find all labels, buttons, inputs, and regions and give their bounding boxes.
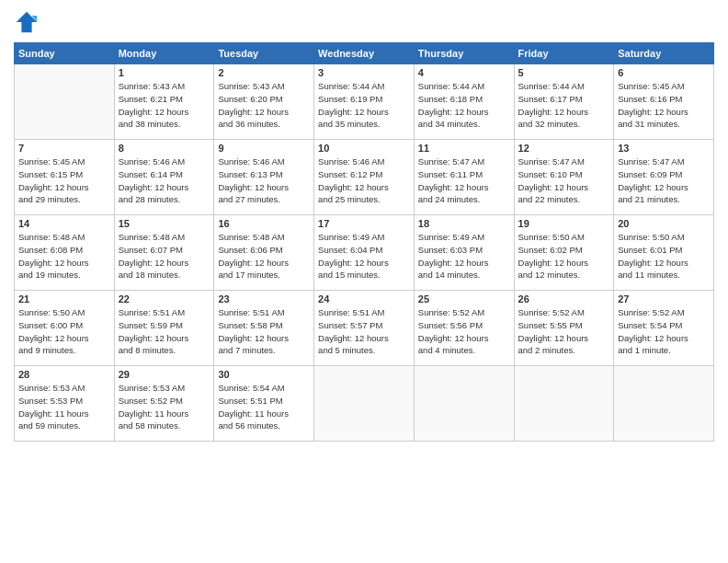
day-info: Sunrise: 5:44 AM Sunset: 6:19 PM Dayligh… (318, 80, 410, 131)
calendar-week-row: 14Sunrise: 5:48 AM Sunset: 6:08 PM Dayli… (15, 215, 714, 291)
table-row (414, 366, 514, 442)
table-row: 7Sunrise: 5:45 AM Sunset: 6:15 PM Daylig… (15, 140, 115, 215)
day-info: Sunrise: 5:52 AM Sunset: 5:56 PM Dayligh… (418, 306, 510, 357)
day-number: 16 (218, 218, 310, 229)
day-number: 15 (119, 218, 210, 229)
table-row: 3Sunrise: 5:44 AM Sunset: 6:19 PM Daylig… (314, 64, 415, 140)
day-number: 3 (318, 67, 410, 78)
day-info: Sunrise: 5:47 AM Sunset: 6:10 PM Dayligh… (518, 155, 610, 206)
table-row: 25Sunrise: 5:52 AM Sunset: 5:56 PM Dayli… (414, 291, 514, 366)
table-row (514, 366, 614, 442)
table-row (314, 366, 415, 442)
day-number: 25 (418, 293, 510, 304)
weekday-header-row: Sunday Monday Tuesday Wednesday Thursday… (15, 43, 714, 64)
day-number: 27 (618, 293, 710, 304)
day-number: 7 (18, 143, 110, 154)
table-row (15, 64, 115, 140)
day-number: 13 (618, 143, 710, 154)
day-number: 23 (218, 293, 310, 304)
day-info: Sunrise: 5:51 AM Sunset: 5:57 PM Dayligh… (318, 306, 410, 357)
table-row: 22Sunrise: 5:51 AM Sunset: 5:59 PM Dayli… (114, 291, 214, 366)
table-row: 19Sunrise: 5:50 AM Sunset: 6:02 PM Dayli… (514, 215, 614, 291)
day-number: 6 (618, 67, 710, 78)
header-saturday: Saturday (614, 43, 714, 64)
day-info: Sunrise: 5:54 AM Sunset: 5:51 PM Dayligh… (218, 382, 310, 432)
day-number: 1 (119, 67, 210, 78)
table-row: 18Sunrise: 5:49 AM Sunset: 6:03 PM Dayli… (414, 215, 514, 291)
table-row (614, 366, 714, 442)
calendar-week-row: 28Sunrise: 5:53 AM Sunset: 5:53 PM Dayli… (15, 366, 714, 442)
day-info: Sunrise: 5:53 AM Sunset: 5:52 PM Dayligh… (119, 382, 210, 432)
day-info: Sunrise: 5:53 AM Sunset: 5:53 PM Dayligh… (18, 382, 110, 432)
day-info: Sunrise: 5:48 AM Sunset: 6:07 PM Dayligh… (119, 231, 210, 282)
calendar-week-row: 1Sunrise: 5:43 AM Sunset: 6:21 PM Daylig… (15, 64, 714, 140)
day-number: 30 (218, 369, 310, 380)
calendar-table: Sunday Monday Tuesday Wednesday Thursday… (14, 42, 714, 442)
table-row: 21Sunrise: 5:50 AM Sunset: 6:00 PM Dayli… (15, 291, 115, 366)
table-row: 12Sunrise: 5:47 AM Sunset: 6:10 PM Dayli… (514, 140, 614, 215)
calendar-week-row: 21Sunrise: 5:50 AM Sunset: 6:00 PM Dayli… (15, 291, 714, 366)
table-row: 14Sunrise: 5:48 AM Sunset: 6:08 PM Dayli… (15, 215, 115, 291)
table-row: 6Sunrise: 5:45 AM Sunset: 6:16 PM Daylig… (614, 64, 714, 140)
table-row: 16Sunrise: 5:48 AM Sunset: 6:06 PM Dayli… (214, 215, 314, 291)
header-monday: Monday (114, 43, 214, 64)
day-number: 12 (518, 143, 610, 154)
table-row: 9Sunrise: 5:46 AM Sunset: 6:13 PM Daylig… (214, 140, 314, 215)
table-row: 27Sunrise: 5:52 AM Sunset: 5:54 PM Dayli… (614, 291, 714, 366)
table-row: 30Sunrise: 5:54 AM Sunset: 5:51 PM Dayli… (214, 366, 314, 442)
day-info: Sunrise: 5:50 AM Sunset: 6:02 PM Dayligh… (518, 231, 610, 282)
day-number: 21 (18, 293, 110, 304)
day-number: 9 (218, 143, 310, 154)
day-info: Sunrise: 5:43 AM Sunset: 6:21 PM Dayligh… (119, 80, 210, 131)
table-row: 5Sunrise: 5:44 AM Sunset: 6:17 PM Daylig… (514, 64, 614, 140)
table-row: 23Sunrise: 5:51 AM Sunset: 5:58 PM Dayli… (214, 291, 314, 366)
day-info: Sunrise: 5:45 AM Sunset: 6:16 PM Dayligh… (618, 80, 710, 131)
logo (14, 9, 43, 35)
table-row: 1Sunrise: 5:43 AM Sunset: 6:21 PM Daylig… (114, 64, 214, 140)
day-number: 2 (218, 67, 310, 78)
day-info: Sunrise: 5:48 AM Sunset: 6:06 PM Dayligh… (218, 231, 310, 282)
day-info: Sunrise: 5:47 AM Sunset: 6:09 PM Dayligh… (618, 155, 710, 206)
day-info: Sunrise: 5:51 AM Sunset: 5:59 PM Dayligh… (119, 306, 210, 357)
table-row: 24Sunrise: 5:51 AM Sunset: 5:57 PM Dayli… (314, 291, 415, 366)
table-row: 29Sunrise: 5:53 AM Sunset: 5:52 PM Dayli… (114, 366, 214, 442)
table-row: 2Sunrise: 5:43 AM Sunset: 6:20 PM Daylig… (214, 64, 314, 140)
day-number: 22 (119, 293, 210, 304)
day-info: Sunrise: 5:48 AM Sunset: 6:08 PM Dayligh… (18, 231, 110, 282)
day-info: Sunrise: 5:49 AM Sunset: 6:04 PM Dayligh… (318, 231, 410, 282)
logo-icon (14, 9, 40, 35)
day-number: 10 (318, 143, 410, 154)
day-info: Sunrise: 5:46 AM Sunset: 6:13 PM Dayligh… (218, 155, 310, 206)
day-number: 14 (18, 218, 110, 229)
svg-marker-0 (17, 12, 37, 32)
day-info: Sunrise: 5:52 AM Sunset: 5:54 PM Dayligh… (618, 306, 710, 357)
day-number: 17 (318, 218, 410, 229)
table-row: 20Sunrise: 5:50 AM Sunset: 6:01 PM Dayli… (614, 215, 714, 291)
day-number: 20 (618, 218, 710, 229)
day-info: Sunrise: 5:44 AM Sunset: 6:17 PM Dayligh… (518, 80, 610, 131)
table-row: 11Sunrise: 5:47 AM Sunset: 6:11 PM Dayli… (414, 140, 514, 215)
day-number: 4 (418, 67, 510, 78)
day-number: 5 (518, 67, 610, 78)
day-info: Sunrise: 5:50 AM Sunset: 6:01 PM Dayligh… (618, 231, 710, 282)
page: Sunday Monday Tuesday Wednesday Thursday… (0, 0, 728, 563)
day-info: Sunrise: 5:46 AM Sunset: 6:14 PM Dayligh… (119, 155, 210, 206)
day-info: Sunrise: 5:44 AM Sunset: 6:18 PM Dayligh… (418, 80, 510, 131)
table-row: 10Sunrise: 5:46 AM Sunset: 6:12 PM Dayli… (314, 140, 415, 215)
table-row: 8Sunrise: 5:46 AM Sunset: 6:14 PM Daylig… (114, 140, 214, 215)
header-thursday: Thursday (414, 43, 514, 64)
calendar-body: 1Sunrise: 5:43 AM Sunset: 6:21 PM Daylig… (15, 64, 714, 442)
table-row: 15Sunrise: 5:48 AM Sunset: 6:07 PM Dayli… (114, 215, 214, 291)
day-number: 18 (418, 218, 510, 229)
day-number: 11 (418, 143, 510, 154)
day-info: Sunrise: 5:46 AM Sunset: 6:12 PM Dayligh… (318, 155, 410, 206)
day-info: Sunrise: 5:45 AM Sunset: 6:15 PM Dayligh… (18, 155, 110, 206)
header-tuesday: Tuesday (214, 43, 314, 64)
day-info: Sunrise: 5:47 AM Sunset: 6:11 PM Dayligh… (418, 155, 510, 206)
day-info: Sunrise: 5:50 AM Sunset: 6:00 PM Dayligh… (18, 306, 110, 357)
day-info: Sunrise: 5:49 AM Sunset: 6:03 PM Dayligh… (418, 231, 510, 282)
table-row: 17Sunrise: 5:49 AM Sunset: 6:04 PM Dayli… (314, 215, 415, 291)
table-row: 28Sunrise: 5:53 AM Sunset: 5:53 PM Dayli… (15, 366, 115, 442)
day-number: 19 (518, 218, 610, 229)
table-row: 4Sunrise: 5:44 AM Sunset: 6:18 PM Daylig… (414, 64, 514, 140)
